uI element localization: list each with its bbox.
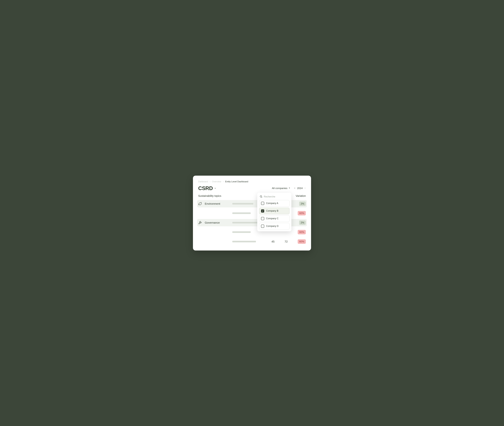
- option-label: Company D: [266, 225, 278, 227]
- backdrop: Dahboard Overview Entity Level Dashboard…: [173, 146, 331, 280]
- bar-placeholder: [232, 203, 253, 205]
- topic-label: Governance: [205, 221, 220, 224]
- header-row: CSRD All companies 2024: [198, 185, 306, 191]
- breadcrumb-item-dashboard[interactable]: Dahboard: [198, 180, 208, 183]
- variation-badge: 2%: [299, 220, 306, 225]
- company-option-a[interactable]: Company A: [259, 200, 290, 207]
- search-icon: [260, 195, 262, 199]
- bar-placeholder: [232, 222, 259, 223]
- breadcrumb-item-overview[interactable]: Overview: [212, 180, 221, 183]
- gavel-icon: [198, 221, 202, 225]
- checkbox-unchecked[interactable]: [261, 217, 264, 220]
- controls-group: All companies 2024: [272, 187, 306, 190]
- variation-badge: 2%: [299, 201, 306, 206]
- year-prev-button[interactable]: [294, 187, 296, 190]
- svg-point-0: [260, 195, 262, 197]
- option-label: Company B: [266, 210, 278, 212]
- year-selector: 2024: [294, 187, 306, 190]
- checkbox-unchecked[interactable]: [261, 225, 264, 228]
- dashboard-card: Dahboard Overview Entity Level Dashboard…: [193, 176, 311, 250]
- option-label: Company C: [266, 217, 278, 220]
- company-dropdown: Company A Company B Company C Company D: [257, 193, 291, 231]
- topic-row[interactable]: 45 72 60%: [198, 238, 306, 245]
- title-selector[interactable]: CSRD: [198, 185, 216, 191]
- chevron-down-icon: [214, 187, 216, 190]
- breadcrumb-item-current: Entity Level Dashboard: [225, 180, 248, 183]
- checkbox-unchecked[interactable]: [261, 202, 264, 205]
- search-row: [259, 195, 290, 200]
- variation-badge: 60%: [298, 230, 306, 234]
- value: 72: [284, 240, 288, 243]
- company-option-d[interactable]: Company D: [259, 223, 290, 229]
- search-input[interactable]: [264, 195, 294, 198]
- company-option-c[interactable]: Company C: [259, 215, 290, 222]
- sort-icon: [289, 187, 290, 190]
- checkbox-checked[interactable]: [261, 209, 264, 213]
- col-variation-header: Variation: [293, 194, 306, 198]
- leaf-icon: [198, 202, 202, 206]
- svg-line-1: [262, 197, 262, 198]
- company-option-b[interactable]: Company B: [259, 208, 290, 214]
- page-title: CSRD: [198, 185, 213, 191]
- bar-placeholder: [232, 231, 251, 233]
- variation-badge: 60%: [298, 239, 306, 244]
- variation-badge: 60%: [298, 211, 306, 215]
- year-next-button[interactable]: [304, 187, 306, 190]
- company-filter[interactable]: All companies: [272, 187, 290, 190]
- filter-label: All companies: [272, 187, 287, 190]
- value: 45: [271, 240, 275, 243]
- option-label: Company A: [266, 202, 278, 205]
- breadcrumb: Dahboard Overview Entity Level Dashboard: [198, 180, 306, 183]
- chevron-right-icon: [209, 180, 211, 183]
- topic-label: Environment: [205, 202, 220, 205]
- bar-placeholder: [232, 241, 256, 242]
- chevron-right-icon: [223, 180, 224, 183]
- bar-placeholder: [232, 213, 251, 214]
- year-value: 2024: [297, 187, 303, 190]
- col-topics-header: Sustainability topics: [198, 194, 232, 198]
